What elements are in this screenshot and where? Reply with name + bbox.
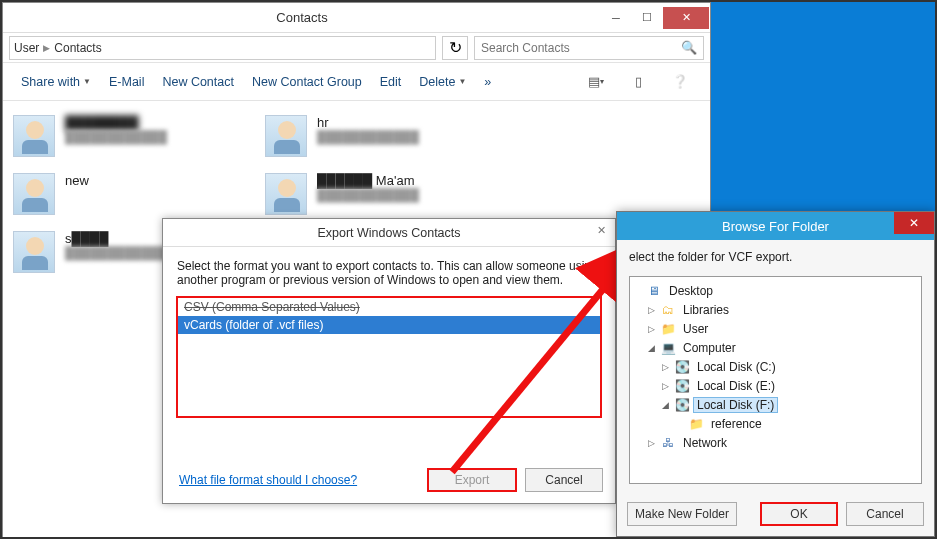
avatar-icon — [13, 231, 55, 273]
search-box[interactable]: 🔍 — [474, 36, 704, 60]
drive-icon: 💽 — [674, 379, 690, 393]
dialog-title: Export Windows Contacts — [317, 226, 460, 240]
contact-name: hr — [317, 115, 419, 130]
chevron-down-icon: ▼ — [458, 77, 466, 86]
expand-icon[interactable]: ▷ — [646, 305, 656, 315]
close-button[interactable]: ✕ — [663, 7, 709, 29]
chevron-down-icon: ▼ — [83, 77, 91, 86]
email-button[interactable]: E-Mail — [109, 75, 144, 89]
expand-icon[interactable]: ▷ — [660, 381, 670, 391]
contact-item[interactable]: hr████████████ — [261, 111, 509, 163]
dialog-footer: What file format should I choose? Export… — [163, 457, 615, 503]
export-dialog: Export Windows Contacts ✕ Select the for… — [162, 218, 616, 504]
export-button[interactable]: Export — [427, 468, 517, 492]
breadcrumb-seg[interactable]: Contacts — [54, 41, 101, 55]
search-icon: 🔍 — [681, 40, 697, 55]
preview-icon: ▯ — [635, 74, 642, 89]
layout-icon: ▤ — [588, 74, 600, 89]
collapse-icon[interactable]: ◢ — [660, 400, 670, 410]
contact-name: ████████ — [65, 115, 167, 130]
search-input[interactable] — [481, 41, 681, 55]
format-listbox[interactable]: CSV (Comma Separated Values) vCards (fol… — [177, 297, 601, 417]
delete-menu[interactable]: Delete▼ — [419, 75, 466, 89]
minimize-button[interactable]: ─ — [601, 7, 631, 29]
expand-icon[interactable]: ▷ — [660, 362, 670, 372]
tree-node-disk-f[interactable]: ◢💽Local Disk (F:) — [632, 395, 919, 414]
drive-icon: 💽 — [674, 360, 690, 374]
help-icon: ❔ — [672, 74, 688, 89]
tree-node-reference[interactable]: 📁reference — [632, 414, 919, 433]
chevron-down-icon: ▾ — [600, 77, 604, 86]
ok-button[interactable]: OK — [760, 502, 838, 526]
chevron-right-icon: ▶ — [43, 43, 50, 53]
computer-icon: 💻 — [660, 341, 676, 355]
avatar-icon — [265, 173, 307, 215]
cancel-button[interactable]: Cancel — [525, 468, 603, 492]
refresh-button[interactable]: ↻ — [442, 36, 468, 60]
tree-node-computer[interactable]: ◢💻Computer — [632, 338, 919, 357]
browse-for-folder-dialog: Browse For Folder ✕ elect the folder for… — [616, 211, 935, 537]
contact-name: ██████ Ma'am — [317, 173, 419, 188]
view-options-button[interactable]: ▤▾ — [584, 70, 608, 94]
titlebar: Contacts ─ ☐ ✕ — [3, 3, 710, 33]
dialog-body: elect the folder for VCF export. 🖥Deskto… — [617, 240, 934, 484]
contact-sub: ████████████ — [65, 130, 167, 144]
breadcrumb-seg[interactable]: User — [14, 41, 39, 55]
format-option-csv[interactable]: CSV (Comma Separated Values) — [178, 298, 600, 316]
chevron-double-right-icon: » — [484, 75, 491, 89]
contact-name: s████ — [65, 231, 167, 246]
new-contact-group-button[interactable]: New Contact Group — [252, 75, 362, 89]
dialog-titlebar: Export Windows Contacts ✕ — [163, 219, 615, 247]
contact-item[interactable]: ████████████████████ — [9, 111, 257, 163]
contact-item[interactable]: ██████ Ma'am████████████ — [261, 169, 509, 221]
drive-icon: 💽 — [674, 398, 690, 412]
avatar-icon — [13, 173, 55, 215]
window-title: Contacts — [3, 10, 601, 25]
folder-tree[interactable]: 🖥Desktop ▷🗂Libraries ▷📁User ◢💻Computer ▷… — [629, 276, 922, 484]
toolbar: Share with▼ E-Mail New Contact New Conta… — [3, 63, 710, 101]
contact-name: new — [65, 173, 89, 188]
libraries-icon: 🗂 — [660, 303, 676, 317]
contact-item[interactable]: new — [9, 169, 257, 221]
address-bar: User ▶ Contacts ↻ 🔍 — [3, 33, 710, 63]
tree-node-network[interactable]: ▷🖧Network — [632, 433, 919, 452]
format-option-vcards[interactable]: vCards (folder of .vcf files) — [178, 316, 600, 334]
help-link[interactable]: What file format should I choose? — [179, 473, 357, 487]
contact-sub: ████████████ — [317, 188, 419, 202]
desktop-icon: 🖥 — [646, 284, 662, 298]
edit-button[interactable]: Edit — [380, 75, 402, 89]
avatar-icon — [265, 115, 307, 157]
preview-pane-button[interactable]: ▯ — [626, 70, 650, 94]
avatar-icon — [13, 115, 55, 157]
share-with-menu[interactable]: Share with▼ — [21, 75, 91, 89]
instruction-text: elect the folder for VCF export. — [629, 250, 922, 264]
contact-sub: ████████████ — [65, 246, 167, 260]
network-icon: 🖧 — [660, 436, 676, 450]
instruction-text: Select the format you want to export con… — [177, 259, 601, 287]
cancel-button[interactable]: Cancel — [846, 502, 924, 526]
dialog-body: Select the format you want to export con… — [163, 247, 615, 417]
contact-sub: ████████████ — [317, 130, 419, 144]
tree-node-desktop[interactable]: 🖥Desktop — [632, 281, 919, 300]
folder-icon: 📁 — [660, 322, 676, 336]
tree-node-user[interactable]: ▷📁User — [632, 319, 919, 338]
new-contact-button[interactable]: New Contact — [162, 75, 234, 89]
maximize-button[interactable]: ☐ — [632, 7, 662, 29]
refresh-icon: ↻ — [449, 38, 462, 57]
dialog-titlebar: Browse For Folder ✕ — [617, 212, 934, 240]
expand-icon[interactable]: ▷ — [646, 438, 656, 448]
breadcrumb[interactable]: User ▶ Contacts — [9, 36, 436, 60]
dialog-title: Browse For Folder — [722, 219, 829, 234]
folder-icon: 📁 — [688, 417, 704, 431]
expand-icon[interactable]: ▷ — [646, 324, 656, 334]
close-button[interactable]: ✕ — [894, 212, 934, 234]
overflow-menu[interactable]: » — [484, 75, 491, 89]
dialog-footer: Make New Folder OK Cancel — [617, 492, 934, 536]
tree-node-disk-e[interactable]: ▷💽Local Disk (E:) — [632, 376, 919, 395]
help-button[interactable]: ❔ — [668, 70, 692, 94]
make-new-folder-button[interactable]: Make New Folder — [627, 502, 737, 526]
close-button[interactable]: ✕ — [587, 219, 615, 241]
tree-node-disk-c[interactable]: ▷💽Local Disk (C:) — [632, 357, 919, 376]
tree-node-libraries[interactable]: ▷🗂Libraries — [632, 300, 919, 319]
collapse-icon[interactable]: ◢ — [646, 343, 656, 353]
